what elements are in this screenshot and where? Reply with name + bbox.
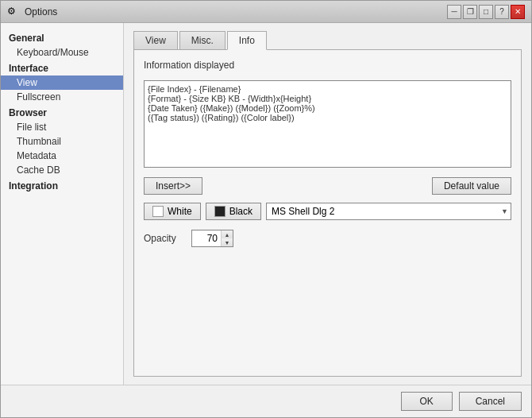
close-button[interactable]: ✕ [511,5,525,19]
title-bar: ⚙ Options ─ ❐ □ ? ✕ [1,1,531,23]
window-title: Options [25,6,57,17]
sidebar-item-fullscreen[interactable]: Fullscreen [1,90,123,104]
sidebar-section-general: General [1,29,123,45]
font-select[interactable]: MS Shell Dlg 2 Arial Tahoma Verdana [266,203,511,220]
help-button[interactable]: ? [495,5,509,19]
main-panel: View Misc. Info Information displayed {F… [124,23,531,385]
white-btn-label: White [168,206,192,217]
sidebar: General Keyboard/Mouse Interface View Fu… [1,23,124,385]
insert-default-row: Insert>> Default value [144,177,511,195]
sidebar-item-metadata[interactable]: Metadata [1,149,123,163]
black-swatch [214,206,226,217]
tab-info[interactable]: Info [227,31,267,50]
info-section-label: Information displayed [144,60,511,71]
tab-misc[interactable]: Misc. [179,31,226,50]
opacity-decrement-button[interactable]: ▼ [222,238,233,246]
tab-view[interactable]: View [133,31,178,50]
insert-button[interactable]: Insert>> [144,177,202,195]
maximize-button[interactable]: □ [479,5,493,19]
opacity-row: Opacity ▲ ▼ [144,230,511,247]
default-value-button[interactable]: Default value [432,177,511,195]
sidebar-item-file-list[interactable]: File list [1,120,123,134]
opacity-spinner[interactable]: ▲ ▼ [191,230,233,247]
opacity-label: Opacity [144,233,183,244]
cancel-button[interactable]: Cancel [459,392,522,411]
options-window: ⚙ Options ─ ❐ □ ? ✕ General Keyboard/Mou… [0,0,532,418]
tab-content-info: Information displayed {File Index} - {Fi… [133,49,522,377]
content-area: General Keyboard/Mouse Interface View Fu… [1,23,531,385]
info-textarea[interactable]: {File Index} - {Filename} {Format} - {Si… [144,80,511,168]
black-color-button[interactable]: Black [206,203,261,220]
title-bar-left: ⚙ Options [7,6,57,18]
black-btn-label: Black [229,206,253,217]
restore-button[interactable]: ❐ [463,5,477,19]
spinner-buttons: ▲ ▼ [221,230,233,246]
sidebar-item-cache-db[interactable]: Cache DB [1,163,123,177]
font-select-wrapper[interactable]: MS Shell Dlg 2 Arial Tahoma Verdana [266,203,511,220]
window-icon: ⚙ [7,6,20,18]
sidebar-section-interface: Interface [1,60,123,75]
sidebar-section-integration: Integration [1,177,123,193]
opacity-increment-button[interactable]: ▲ [222,230,233,238]
white-color-button[interactable]: White [144,203,201,220]
sidebar-item-thumbnail[interactable]: Thumbnail [1,134,123,149]
ok-button[interactable]: OK [401,392,453,411]
color-font-row: White Black MS Shell Dlg 2 Arial Tahoma … [144,203,511,220]
sidebar-section-browser: Browser [1,104,123,120]
minimize-button[interactable]: ─ [447,5,461,19]
sidebar-item-keyboard-mouse[interactable]: Keyboard/Mouse [1,45,123,60]
bottom-bar: OK Cancel [1,385,531,417]
white-swatch [152,206,164,217]
tab-bar: View Misc. Info [133,31,522,50]
sidebar-item-view[interactable]: View [1,75,123,90]
opacity-input[interactable] [192,231,221,246]
title-bar-controls: ─ ❐ □ ? ✕ [447,5,525,19]
